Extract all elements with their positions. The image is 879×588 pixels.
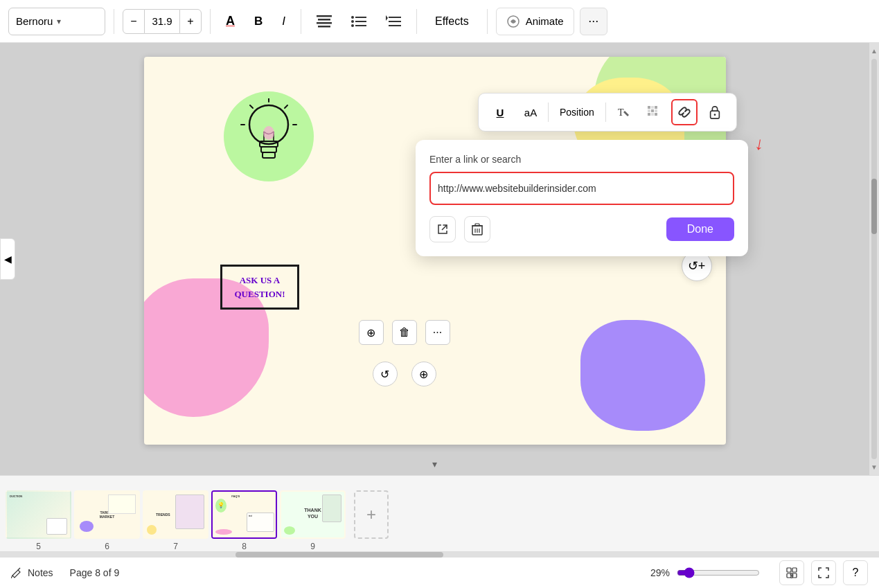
- svg-rect-1: [318, 19, 330, 21]
- svg-line-47: [11, 576, 12, 578]
- divider-4: [416, 9, 417, 34]
- svg-text:T: T: [618, 107, 624, 118]
- italic-button[interactable]: I: [275, 8, 292, 35]
- thumbnail-7[interactable]: TRENDS 7: [143, 490, 208, 539]
- font-size-increase[interactable]: +: [179, 9, 202, 34]
- font-name: Bernoru: [16, 15, 53, 27]
- thumbnail-8[interactable]: FAQ'S 💡 text 8: [211, 490, 277, 539]
- thumb-8-text-box: text: [247, 513, 274, 532]
- pages-view-button[interactable]: 9: [779, 560, 804, 585]
- svg-rect-34: [648, 113, 650, 116]
- line-spacing-icon: [386, 15, 401, 28]
- link-popup: Enter a link or search: [416, 140, 748, 256]
- notes-label: Notes: [28, 567, 53, 578]
- thumb-9-inner: THANKYOU: [281, 492, 344, 537]
- align-icon: [317, 15, 332, 28]
- thumbnails-row: DUCTION 5 TARGETMARKET 6: [0, 476, 879, 552]
- main-area: ◀: [0, 43, 879, 475]
- thumb-5-box: [46, 518, 67, 535]
- copy-icon-btn[interactable]: ⊕: [359, 320, 384, 345]
- svg-rect-12: [389, 25, 401, 26]
- svg-rect-32: [651, 109, 654, 112]
- open-link-button[interactable]: [429, 216, 456, 242]
- add-slide-button[interactable]: +: [354, 490, 389, 539]
- ask-us-element[interactable]: ASK US AQUESTION!: [220, 265, 300, 310]
- text-style-icon: T: [616, 105, 630, 119]
- canvas-area: ◀: [0, 43, 869, 475]
- bottom-panel: DUCTION 5 TARGETMARKET 6: [0, 475, 879, 588]
- align-button[interactable]: [310, 8, 339, 35]
- collapse-button[interactable]: ▾: [432, 458, 437, 470]
- font-color-button[interactable]: A: [219, 8, 242, 35]
- thumb-8-num: 8: [242, 542, 247, 551]
- lightbulb-element[interactable]: [199, 91, 338, 181]
- lock-button[interactable]: [702, 99, 728, 125]
- delete-link-button[interactable]: [464, 216, 490, 242]
- effects-button[interactable]: Effects: [425, 8, 479, 35]
- more-icon-btn[interactable]: ···: [425, 320, 450, 345]
- help-button[interactable]: ?: [843, 560, 868, 585]
- thumb-6-inner: TARGETMARKET: [76, 492, 139, 537]
- svg-rect-30: [655, 106, 657, 109]
- pencil-icon: [11, 567, 22, 578]
- scroll-down-arrow[interactable]: ▼: [871, 462, 878, 472]
- h-scrollbar[interactable]: [0, 552, 879, 558]
- thumb-9-canvas: THANKYOU: [280, 490, 346, 539]
- animate-button[interactable]: Animate: [496, 8, 574, 35]
- link-button[interactable]: [671, 99, 698, 125]
- thumbnail-9[interactable]: THANKYOU 9: [280, 490, 346, 539]
- svg-rect-9: [355, 25, 366, 26]
- thumb-8-faq: FAQ'S: [231, 495, 240, 498]
- zoom-area: 29%: [650, 567, 760, 578]
- svg-line-22: [250, 105, 253, 108]
- thumb-7-text: TRENDS: [156, 513, 170, 517]
- thumb-8-pink: [215, 529, 232, 535]
- rotate-button[interactable]: ↺: [373, 362, 398, 386]
- fullscreen-icon: [818, 567, 829, 578]
- prev-page-button[interactable]: ◀: [0, 238, 15, 280]
- aa-button[interactable]: aA: [517, 99, 544, 125]
- position-button[interactable]: Position: [553, 100, 601, 125]
- svg-rect-0: [317, 15, 332, 17]
- line-spacing-button[interactable]: [379, 8, 408, 35]
- floating-toolbar: U aA Position T: [478, 93, 737, 132]
- divider-3: [301, 9, 301, 34]
- svg-rect-29: [651, 106, 654, 109]
- scroll-up-arrow[interactable]: ▲: [871, 46, 878, 56]
- fullscreen-button[interactable]: [811, 560, 836, 585]
- bold-button[interactable]: B: [247, 8, 269, 35]
- more-options-button[interactable]: ···: [580, 8, 607, 35]
- scroll-thumb[interactable]: [871, 179, 877, 234]
- svg-rect-10: [389, 17, 401, 18]
- texture-button[interactable]: [641, 99, 667, 125]
- animate-icon: [506, 15, 520, 28]
- thumb-5-canvas: DUCTION: [6, 490, 71, 539]
- h-scroll-thumb[interactable]: [236, 552, 443, 558]
- font-selector[interactable]: Bernoru ▾: [8, 8, 105, 35]
- notes-button[interactable]: Notes: [11, 567, 53, 578]
- right-scrollbar[interactable]: ▲ ▼: [869, 43, 879, 475]
- page-info: Page 8 of 9: [70, 567, 120, 578]
- done-button[interactable]: Done: [666, 217, 734, 241]
- text-style-button[interactable]: T: [610, 99, 637, 125]
- thumb-6-canvas: TARGETMARKET: [74, 490, 140, 539]
- delete-icon-btn[interactable]: 🗑: [392, 320, 417, 345]
- status-right: 9 ?: [779, 560, 868, 585]
- thumb-6-num: 6: [105, 542, 109, 551]
- thumb-7-num: 7: [173, 542, 178, 551]
- svg-line-46: [18, 568, 20, 570]
- font-color-icon: A: [226, 14, 235, 28]
- scroll-track: [871, 59, 877, 459]
- external-link-icon: [437, 224, 448, 235]
- thumbnail-5[interactable]: DUCTION 5: [6, 490, 71, 539]
- svg-rect-3: [318, 26, 330, 28]
- underline-button[interactable]: U: [487, 99, 513, 125]
- list-button[interactable]: [344, 8, 373, 35]
- thumb-5-label: DUCTION: [10, 495, 22, 498]
- zoom-slider[interactable]: [677, 567, 760, 578]
- thumbnail-6[interactable]: TARGETMARKET 6: [74, 490, 140, 539]
- link-input[interactable]: [438, 176, 726, 201]
- move-button[interactable]: ⊕: [411, 362, 436, 386]
- font-size-decrease[interactable]: −: [123, 9, 145, 34]
- thumb-6-blob: [80, 521, 94, 532]
